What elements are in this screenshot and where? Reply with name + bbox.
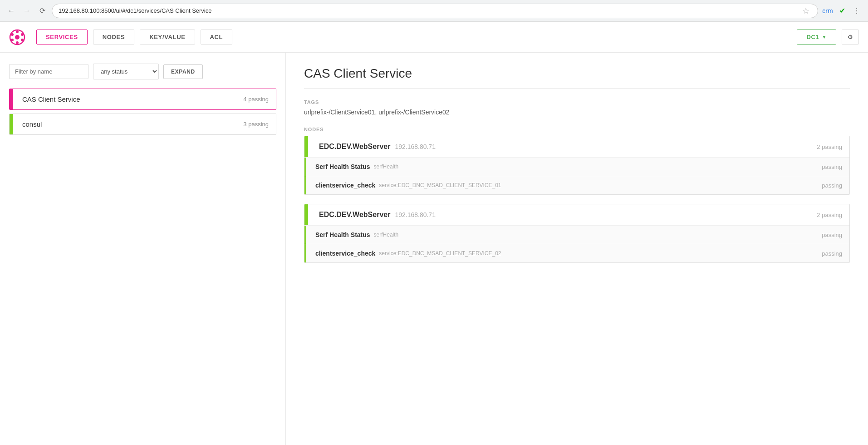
node-name-0: EDC.DEV.WebServer	[319, 143, 390, 151]
service-status-consul: 3 passing	[243, 121, 269, 128]
check-name-0-0: Serf Health Status	[315, 163, 370, 170]
acl-nav-btn[interactable]: ACL	[201, 30, 233, 44]
reload-button[interactable]: ⟳	[36, 5, 48, 17]
status-filter-select[interactable]: any status passing warning critical	[93, 64, 159, 79]
node-header-1: EDC.DEV.WebServer 192.168.80.71 2 passin…	[304, 204, 849, 225]
check-id-0-0: serfHealth	[374, 163, 399, 170]
check-row-1-0: Serf Health Status serfHealth passing	[304, 225, 849, 244]
bookmark-icon[interactable]: ☆	[802, 6, 809, 16]
gear-icon: ⚙	[848, 34, 853, 40]
check-status-1-1: passing	[822, 250, 842, 257]
node-status-bar-1	[304, 204, 308, 225]
consul-logo	[9, 29, 25, 45]
svg-point-7	[11, 33, 14, 36]
expand-button[interactable]: EXPAND	[163, 64, 203, 79]
check-id-1-0: serfHealth	[374, 232, 399, 238]
service-status-cas: 4 passing	[243, 96, 269, 103]
check-id-0-1: service:EDC_DNC_MSAD_CLIENT_SERVICE_01	[379, 182, 501, 188]
dc1-nav-btn[interactable]: DC1 ▼	[797, 30, 836, 44]
check-status-1-0: passing	[822, 232, 842, 238]
keyvalue-nav-btn[interactable]: KEY/VALUE	[140, 30, 195, 44]
profile-icon[interactable]: crm	[822, 5, 834, 17]
node-header-0: EDC.DEV.WebServer 192.168.80.71 2 passin…	[304, 136, 849, 157]
svg-point-4	[21, 39, 24, 41]
main-content: any status passing warning critical EXPA…	[0, 53, 868, 445]
sidebar: any status passing warning critical EXPA…	[0, 53, 286, 445]
menu-icon[interactable]: ⋮	[851, 5, 863, 17]
app: SERVICES NODES KEY/VALUE ACL DC1 ▼ ⚙ any…	[0, 22, 868, 445]
check-bar-0-1	[304, 176, 306, 194]
nodes-section-label: NODES	[304, 127, 850, 132]
back-button[interactable]: ←	[5, 5, 17, 17]
node-card-1: EDC.DEV.WebServer 192.168.80.71 2 passin…	[304, 204, 850, 263]
node-name-1: EDC.DEV.WebServer	[319, 211, 390, 219]
service-item-consul[interactable]: consul 3 passing	[9, 114, 276, 135]
address-bar[interactable]: 192.168.80.100:8500/ui/#/dc1/services/CA…	[52, 4, 818, 18]
browser-chrome: ← → ⟳ 192.168.80.100:8500/ui/#/dc1/servi…	[0, 0, 868, 22]
nodes-nav-btn[interactable]: NODES	[93, 30, 134, 44]
svg-point-6	[11, 39, 14, 41]
node-passing-0: 2 passing	[817, 143, 842, 150]
services-nav-btn[interactable]: SERVICES	[36, 30, 88, 44]
service-detail-title: CAS Client Service	[304, 66, 850, 89]
forward-button[interactable]: →	[21, 5, 33, 17]
service-indicator-consul	[10, 114, 13, 134]
check-icon: ✔	[836, 5, 848, 17]
node-ip-0: 192.168.80.71	[395, 143, 436, 150]
url-text: 192.168.80.100:8500/ui/#/dc1/services/CA…	[59, 7, 800, 14]
filter-row: any status passing warning critical EXPA…	[9, 64, 276, 79]
browser-menu-icons: crm ✔ ⋮	[822, 5, 863, 17]
check-row-1-1: clientservice_check service:EDC_DNC_MSAD…	[304, 244, 849, 262]
node-ip-1: 192.168.80.71	[395, 211, 436, 218]
node-passing-1: 2 passing	[817, 212, 842, 218]
node-card-0: EDC.DEV.WebServer 192.168.80.71 2 passin…	[304, 136, 850, 195]
top-nav: SERVICES NODES KEY/VALUE ACL DC1 ▼ ⚙	[0, 22, 868, 53]
service-indicator-cas	[10, 89, 13, 109]
svg-point-2	[16, 30, 19, 33]
tags-label: TAGS	[304, 99, 850, 105]
check-bar-1-0	[304, 226, 306, 244]
node-status-bar-0	[304, 136, 308, 157]
svg-point-1	[15, 35, 20, 40]
filter-name-input[interactable]	[9, 64, 88, 79]
check-bar-1-1	[304, 244, 306, 262]
check-name-1-1: clientservice_check	[315, 250, 375, 257]
detail-panel: CAS Client Service TAGS urlprefix-/Clien…	[286, 53, 868, 445]
check-name-1-0: Serf Health Status	[315, 231, 370, 238]
check-name-0-1: clientservice_check	[315, 182, 375, 189]
chevron-down-icon: ▼	[822, 35, 827, 40]
service-item-cas[interactable]: CAS Client Service 4 passing	[9, 89, 276, 110]
settings-btn[interactable]: ⚙	[842, 30, 859, 44]
service-name-cas: CAS Client Service	[22, 95, 243, 103]
check-row-0-1: clientservice_check service:EDC_DNC_MSAD…	[304, 176, 849, 194]
tags-value: urlprefix-/ClientService01, urlprefix-/C…	[304, 109, 850, 116]
svg-point-5	[16, 41, 19, 44]
check-status-0-1: passing	[822, 182, 842, 189]
svg-point-3	[21, 33, 24, 36]
check-id-1-1: service:EDC_DNC_MSAD_CLIENT_SERVICE_02	[379, 250, 501, 257]
check-status-0-0: passing	[822, 163, 842, 170]
check-row-0-0: Serf Health Status serfHealth passing	[304, 157, 849, 176]
check-bar-0-0	[304, 158, 306, 176]
service-name-consul: consul	[22, 120, 243, 128]
